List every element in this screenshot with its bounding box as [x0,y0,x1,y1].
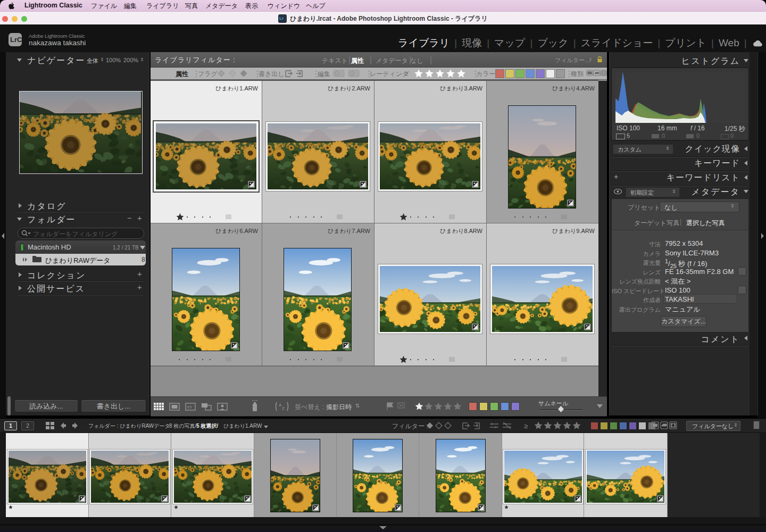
svg-text:XY: XY [187,405,193,410]
svg-text:Z: Z [282,406,285,411]
